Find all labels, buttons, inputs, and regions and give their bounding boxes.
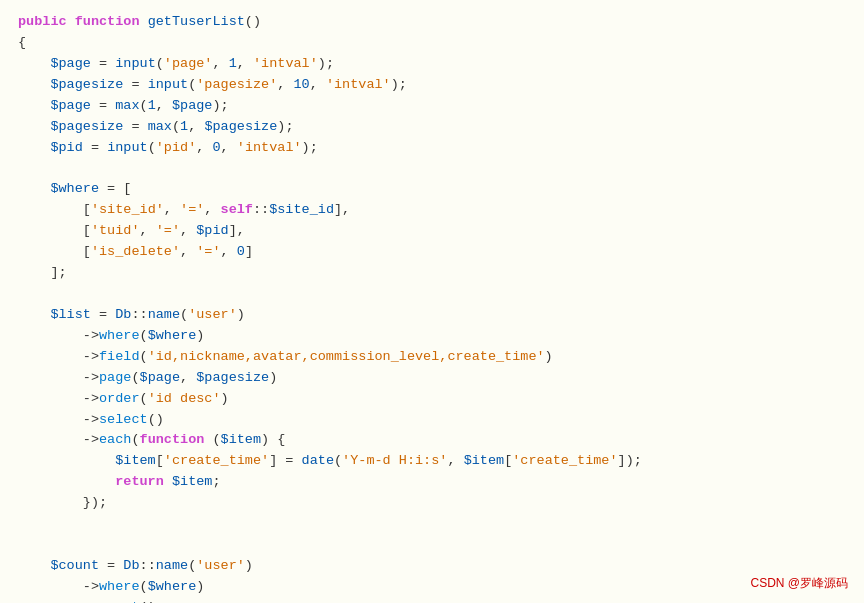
code-line-23: return $item; [18,472,846,493]
code-line-27: $count = Db::name('user') [18,556,846,577]
code-line-19: ->order('id desc') [18,389,846,410]
code-line-4: $pagesize = input('pagesize', 10, 'intva… [18,75,846,96]
code-line-3: $page = input('page', 1, 'intval'); [18,54,846,75]
code-line-26 [18,535,846,556]
code-line-9: $where = [ [18,179,846,200]
code-line-29: ->count(); [18,598,846,603]
code-line-28: ->where($where) [18,577,846,598]
code-line-15: $list = Db::name('user') [18,305,846,326]
footer-text: CSDN @罗峰源码 [750,574,848,593]
code-line-5: $page = max(1, $page); [18,96,846,117]
code-line-24: }); [18,493,846,514]
code-line-8 [18,158,846,179]
code-line-2: { [18,33,846,54]
code-line-25 [18,514,846,535]
code-line-13: ]; [18,263,846,284]
code-line-1: public function getTuserList() [18,12,846,33]
code-line-10: ['site_id', '=', self::$site_id], [18,200,846,221]
code-line-21: ->each(function ($item) { [18,430,846,451]
code-container: public function getTuserList() { $page =… [0,0,864,603]
code-line-14 [18,284,846,305]
code-line-22: $item['create_time'] = date('Y-m-d H:i:s… [18,451,846,472]
code-line-20: ->select() [18,410,846,431]
code-line-17: ->field('id,nickname,avatar,commission_l… [18,347,846,368]
code-line-6: $pagesize = max(1, $pagesize); [18,117,846,138]
code-line-16: ->where($where) [18,326,846,347]
code-line-12: ['is_delete', '=', 0] [18,242,846,263]
code-line-7: $pid = input('pid', 0, 'intval'); [18,138,846,159]
code-line-18: ->page($page, $pagesize) [18,368,846,389]
code-line-11: ['tuid', '=', $pid], [18,221,846,242]
